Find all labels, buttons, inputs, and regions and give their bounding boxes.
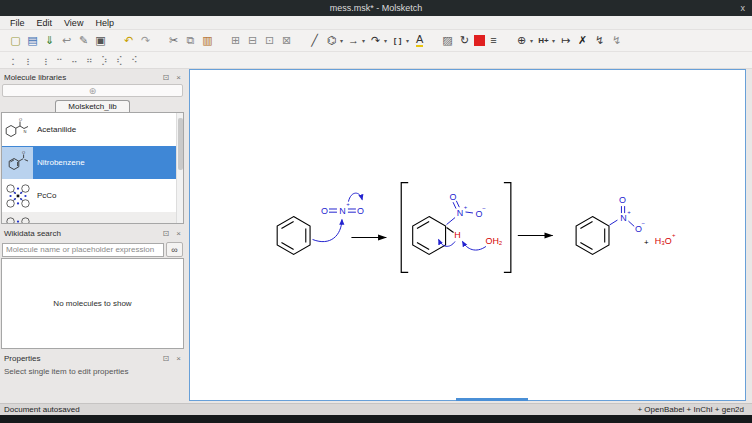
ring-tool-button[interactable]: ⌬ [323, 32, 340, 49]
mechanism-plus-tool-button[interactable]: ↯ [591, 32, 608, 49]
zoom-fit-button[interactable]: ⊠ [278, 32, 295, 49]
mechanism-minus-tool-button[interactable]: ↯ [608, 32, 625, 49]
wikidata-empty-text: No molecules to show [53, 299, 131, 308]
reaction-arrow-tool-button[interactable]: → [345, 32, 362, 49]
library-item-label: PcCo [37, 191, 57, 200]
bracket-tool-button[interactable]: [ ] [389, 32, 406, 49]
insert-arrow-button[interactable]: ↦ [557, 32, 574, 49]
cut-button[interactable]: ✂ [165, 32, 182, 49]
save-button[interactable]: ⇓ [41, 32, 58, 49]
zoom-reset-button[interactable]: ⊡ [261, 32, 278, 49]
zoom-in-button[interactable]: ⊞ [227, 32, 244, 49]
properties-float-icon[interactable]: ⊡ [162, 354, 169, 363]
libraries-float-icon[interactable]: ⊡ [162, 73, 169, 82]
redo-button[interactable]: ↷ [137, 32, 154, 49]
charge-tool-dropdown[interactable]: ▾ [530, 37, 533, 44]
window-title: mess.msk* - Molsketch [330, 3, 423, 13]
menu-bar: FileEditViewHelp [0, 16, 752, 30]
status-message: Document autosaved [4, 405, 80, 414]
atom-label: OH₂ [485, 236, 502, 246]
align-horizontal-center-button[interactable]: ⠤ [67, 52, 82, 69]
atom-label: + [464, 204, 468, 210]
color-swatch[interactable] [473, 32, 485, 49]
draw-tool-button[interactable]: ╱ [306, 32, 323, 49]
toolbar-align: ⡂⡆⢰⠒⠤⠶⡱⢎⠪ [0, 52, 752, 69]
library-item-nitrobenzene[interactable]: ONitrobenzene [2, 146, 183, 179]
text-tool-button[interactable]: A [411, 32, 428, 49]
export-button[interactable]: ✎ [75, 32, 92, 49]
libraries-close-icon[interactable]: × [176, 73, 181, 82]
wikidata-panel-title: Wikidata search [4, 229, 61, 238]
molecule-thumbnail: ON [2, 114, 33, 146]
hydrogen-tool-dropdown[interactable]: ▾ [552, 37, 555, 44]
align-left-button[interactable]: ⠒ [52, 52, 67, 69]
save-as-button[interactable]: ↩ [58, 32, 75, 49]
close-icon[interactable]: x [741, 0, 746, 16]
library-refresh-button[interactable]: ⊛ [2, 84, 183, 97]
library-item-label: Nitrobenzene [37, 158, 85, 167]
menu-item-edit[interactable]: Edit [31, 18, 59, 28]
library-scrollbar-thumb[interactable] [178, 118, 183, 170]
wikidata-float-icon[interactable]: ⊡ [162, 229, 169, 238]
properties-panel-header: Properties ⊡ × [1, 352, 184, 365]
mechanism-arrow-tool-button[interactable]: ↷ [367, 32, 384, 49]
undo-button[interactable]: ↶ [120, 32, 137, 49]
delete-tool-button[interactable]: ✗ [574, 32, 591, 49]
wikidata-search-input[interactable] [2, 243, 164, 257]
atom-label: O [450, 192, 457, 202]
charge-tool-button[interactable]: ⊕ [513, 32, 530, 49]
paste-button[interactable]: ▥ [199, 32, 216, 49]
mechanism-arrow-tool-dropdown[interactable]: ▾ [384, 37, 387, 44]
zoom-out-button[interactable]: ⊟ [244, 32, 261, 49]
open-file-button[interactable]: ▤ [24, 32, 41, 49]
toolbar-main: ▢▤⇓↩✎▣↶↷✂⧉▥⊞⊟⊡⊠╱⌬▾→▾↷▾[ ]▾A▨↻≡⊕▾H+▾↦✗↯↯ [0, 30, 752, 52]
molecule-thumbnail [2, 180, 33, 212]
copy-button[interactable]: ⧉ [182, 32, 199, 49]
libraries-panel-title: Molecule libraries [4, 73, 66, 82]
hatch-tool-button[interactable]: ▨ [439, 32, 456, 49]
ring-tool-dropdown[interactable]: ▾ [340, 37, 343, 44]
wikidata-search-button[interactable]: ∞ [166, 242, 183, 257]
menu-item-file[interactable]: File [4, 18, 31, 28]
menu-item-view[interactable]: View [58, 18, 89, 28]
benzene-ring [277, 217, 310, 255]
atom-label: O [321, 206, 328, 216]
library-item-acetanilide[interactable]: ONAcetanilide [2, 113, 183, 146]
atom-label: H [454, 230, 460, 240]
atom-label: + [627, 209, 631, 215]
atom-label: + [644, 238, 649, 247]
line-width-button[interactable]: ≡ [485, 32, 502, 49]
properties-close-icon[interactable]: × [176, 354, 181, 363]
status-capabilities: + OpenBabel + InChI + gen2d [637, 405, 744, 414]
rotate-selection-button[interactable]: ⠪ [127, 52, 142, 69]
library-list: ONAcetanilideONitrobenzenePcCoPcFe [1, 112, 184, 224]
canvas-hscrollbar-thumb[interactable] [456, 398, 528, 401]
library-scrollbar [176, 113, 183, 223]
new-document-button[interactable]: ▢ [7, 32, 24, 49]
library-item-pcfe[interactable]: PcFe [2, 212, 183, 224]
drawing-canvas[interactable]: ON+OON+O−HOH₂ON+O−+H₃O+ [189, 69, 746, 401]
library-item-pcco[interactable]: PcCo [2, 179, 183, 212]
align-right-button[interactable]: ⠶ [82, 52, 97, 69]
menu-item-help[interactable]: Help [89, 18, 120, 28]
bracket-tool-dropdown[interactable]: ▾ [406, 37, 409, 44]
properties-panel-title: Properties [4, 354, 40, 363]
properties-hint: Select single item to edit properties [1, 365, 184, 403]
tab-molsketch-lib[interactable]: Molsketch_lib [55, 100, 129, 112]
atom-label: H₃O [655, 236, 672, 246]
color-swatch-icon [474, 35, 485, 46]
rotate-tool-button[interactable]: ↻ [456, 32, 473, 49]
wikidata-close-icon[interactable]: × [176, 229, 181, 238]
reaction-arrow-tool-dropdown[interactable]: ▾ [362, 37, 365, 44]
align-top-button[interactable]: ⢰ [37, 52, 52, 69]
flip-vertical-button[interactable]: ⢎ [112, 52, 127, 69]
atom-label: N [457, 208, 463, 218]
svg-text:O: O [18, 117, 21, 122]
wikidata-search-row: ∞ [2, 241, 183, 258]
flip-horizontal-button[interactable]: ⡱ [97, 52, 112, 69]
molecule-thumbnail: O [2, 147, 33, 179]
align-bottom-button[interactable]: ⡂ [7, 52, 22, 69]
hydrogen-tool-button[interactable]: H+ [535, 32, 552, 49]
print-button[interactable]: ▣ [92, 32, 109, 49]
align-vertical-center-button[interactable]: ⡆ [22, 52, 37, 69]
